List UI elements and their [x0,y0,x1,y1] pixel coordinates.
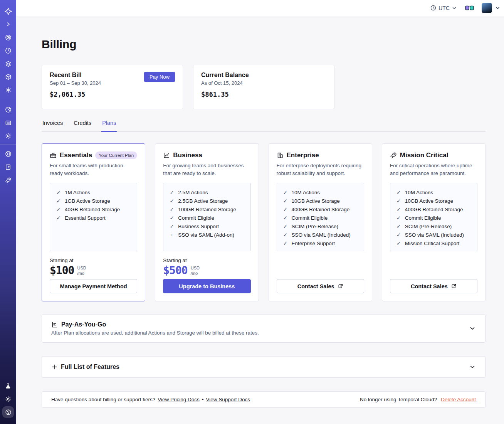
starting-at-label: Starting at [50,257,137,263]
check-icon: ✓ [169,215,175,221]
current-balance-as-of: As of Oct 15, 2024 [201,80,326,86]
tab-credits[interactable]: Credits [73,120,92,131]
rocket-icon[interactable] [0,173,16,187]
timezone-label: UTC [438,5,450,11]
layers-icon[interactable] [0,57,16,70]
chevron-down-icon[interactable] [469,325,476,332]
chart-trend-icon [163,152,170,159]
sidebar-item-billing-active[interactable] [0,405,16,419]
gear-icon[interactable] [0,129,16,142]
contact-sales-label: Contact Sales [297,283,334,289]
plan-name: Business [173,151,202,159]
plan-price: $500 [163,264,187,277]
clock-icon[interactable] [0,44,16,57]
check-icon: ✓ [169,223,175,229]
check-icon: ✓ [283,240,288,246]
plan-feature-text: 1GB Active Storage [65,198,110,204]
temporal-logo-icon[interactable] [0,5,16,18]
check-icon: ✓ [283,206,288,212]
chevron-down-icon[interactable] [469,363,476,370]
plan-feature-text: Essential Support [65,215,106,221]
pay-as-you-go-accordion[interactable]: Pay-As-You-Go After Plan allocations are… [42,314,486,343]
plan-feature-item: ✓1M Actions [56,188,131,197]
current-balance-card: Current Balance As of Oct 15, 2024 $861.… [193,65,334,109]
plan-price-block: Starting at $100 USD/mo [50,257,137,277]
pay-now-button[interactable]: Pay Now [144,72,175,82]
check-icon: ✓ [283,223,288,229]
plan-feature-item: ✓10GB Active Storage [283,197,358,205]
plans-grid: Essentials Your Current Plan For small t… [42,143,486,301]
plan-card-essentials: Essentials Your Current Plan For small t… [42,143,145,301]
plan-feature-text: Mission Critical Support [405,241,460,246]
check-icon: ✓ [56,198,61,204]
plan-feature-text: Enterprise Support [292,241,335,246]
building-icon [277,152,284,159]
check-icon: ✓ [283,232,288,238]
check-icon: ✓ [396,240,402,246]
contact-sales-button[interactable]: Contact Sales [277,279,364,293]
topbar: UTC [16,0,504,16]
plan-feature-item: ✓Commit Eligible [169,214,244,222]
sun-icon[interactable] [0,392,16,405]
view-pricing-docs-link[interactable]: View Pricing Docs [158,397,200,402]
concentric-circles-icon[interactable] [0,31,16,44]
tab-invoices[interactable]: Invoices [42,120,64,131]
delete-account-link[interactable]: Delete Account [441,397,476,402]
check-icon: ✓ [283,215,288,221]
plan-feature-item: ✓SCIM (Pre-Release) [283,222,358,231]
check-icon: ✓ [169,189,175,195]
upgrade-to-business-button[interactable]: Upgrade to Business [163,279,250,293]
plan-feature-text: Commit Eligible [405,215,441,221]
book-icon[interactable] [0,160,16,173]
tab-plans[interactable]: Plans [101,120,117,132]
full-feature-list-accordion[interactable]: Full List of Features [42,356,486,378]
cube-icon[interactable] [0,70,16,83]
check-icon: ✓ [283,198,288,204]
billing-card-icon[interactable] [0,116,16,129]
asterisk-icon[interactable] [0,83,16,96]
plan-feature-item: ✓1GB Active Storage [56,197,131,205]
current-balance-amount: $861.35 [201,91,326,98]
check-icon: ✓ [56,215,61,221]
plan-card-business: Business For growing teams and businesse… [155,143,259,301]
check-icon: ✓ [396,206,402,212]
3d-glasses-icon[interactable] [465,5,474,11]
plan-feature-item: ✓Mission Critical Support [396,239,471,247]
plan-description: For enterprise deployments requiring rob… [277,162,364,178]
external-link-icon [451,283,457,289]
user-avatar[interactable] [482,3,492,13]
plan-card-mission-critical: Mission Critical For critical operations… [382,143,486,301]
contact-sales-button[interactable]: Contact Sales [390,279,477,293]
accordion-description: After Plan allocations are used, additio… [51,330,463,336]
plan-features-box: ✓1M Actions✓1GB Active Storage✓40GB Reta… [50,183,137,251]
manage-payment-method-button[interactable]: Manage Payment Method [50,279,137,293]
plan-feature-item: ✓40GB Retained Storage [56,205,131,214]
link-separator: • [202,397,204,402]
check-icon: ✓ [396,215,402,221]
check-icon: ✓ [169,206,175,212]
accordion-title: Pay-As-You-Go [61,321,106,328]
plan-currency: USD [191,265,200,271]
gauge-icon[interactable] [0,103,16,116]
check-icon: ✓ [169,198,175,204]
bar-chart-icon [51,321,58,328]
plus-icon [51,364,57,370]
lifebuoy-icon[interactable] [0,147,16,160]
view-support-docs-link[interactable]: View Support Docs [206,397,250,402]
plan-feature-item: +SSO via SAML (Add-on) [169,231,244,239]
plan-feature-item: ✓10M Actions [396,188,471,197]
recent-bill-amount: $2,061.35 [50,91,175,98]
plan-description: For critical operations where uptime and… [390,162,477,178]
plan-feature-item: ✓Enterprise Support [283,239,358,247]
flask-icon[interactable] [0,379,16,392]
account-chevron-down-icon[interactable] [495,5,500,10]
page-title: Billing [42,38,486,51]
timezone-selector[interactable]: UTC [430,5,457,11]
chevron-right-icon[interactable] [0,18,16,31]
sidebar-divider [0,145,16,145]
plan-feature-item: ✓SSO via SAML (Included) [396,231,471,239]
plan-feature-text: SCIM (Pre-Release) [405,224,452,229]
plan-description: For growing teams and businesses that ar… [163,162,250,178]
main-content: Billing Recent Bill Sep 01 – Sep 30, 202… [16,16,504,424]
plan-feature-item: ✓SCIM (Pre-Release) [396,222,471,231]
